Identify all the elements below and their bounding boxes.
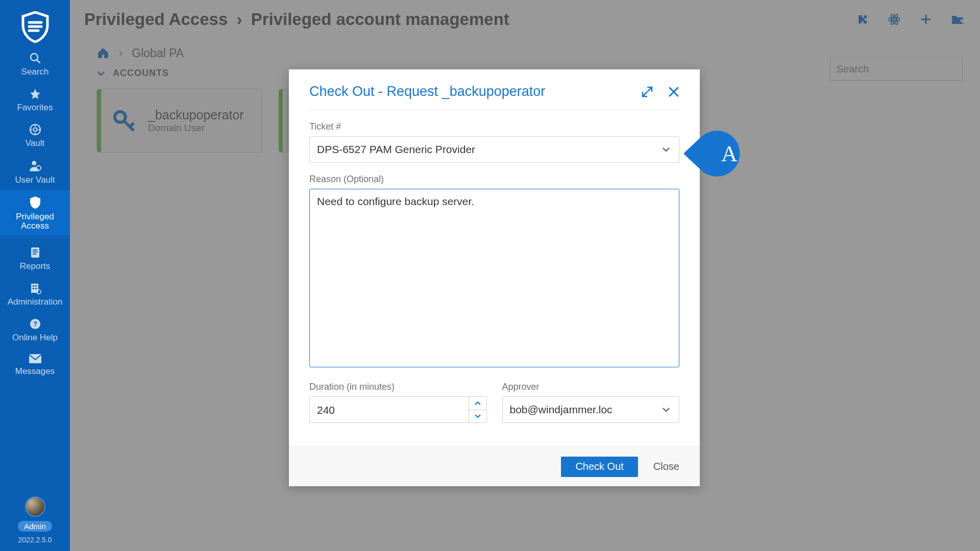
- svg-rect-12: [33, 252, 38, 253]
- modal-footer: Check Out Close: [289, 446, 700, 486]
- reason-textarea[interactable]: [309, 189, 679, 367]
- spin-up-icon[interactable]: [469, 397, 486, 410]
- star-icon: [29, 88, 41, 100]
- sidebar-item-label: Administration: [8, 297, 63, 307]
- close-icon[interactable]: [668, 86, 679, 97]
- sidebar-item-label: Online Help: [12, 333, 58, 342]
- svg-rect-18: [35, 288, 37, 289]
- expand-icon[interactable]: [642, 86, 653, 97]
- chevron-down-icon: [662, 405, 671, 414]
- sidebar-item-label: Vault: [26, 139, 45, 148]
- divider: [0, 238, 70, 238]
- admin-badge[interactable]: Admin: [18, 521, 52, 532]
- sidebar-item-privileged-access[interactable]: Privileged Access: [0, 190, 70, 236]
- shield-logo-icon: [21, 11, 50, 43]
- sidebar-item-online-help[interactable]: ? Online Help: [0, 312, 70, 347]
- sidebar-item-search[interactable]: Search: [0, 46, 70, 82]
- sidebar-item-label: Search: [21, 67, 49, 77]
- duration-spinner[interactable]: 240: [309, 396, 487, 423]
- svg-line-1: [37, 60, 40, 63]
- checkout-modal: Check Out - Request _backupoperator Tick…: [289, 69, 700, 486]
- building-icon: [29, 282, 41, 294]
- modal-body: Ticket # DPS-6527 PAM Generic Provider R…: [289, 110, 700, 446]
- sidebar-item-label: User Vault: [15, 176, 55, 185]
- chevron-down-icon: [662, 145, 671, 154]
- sidebar-admin-block: Admin 2022.2.5.0: [0, 496, 70, 551]
- ticket-select[interactable]: DPS-6527 PAM Generic Provider: [309, 136, 679, 163]
- sidebar-item-reports[interactable]: Reports: [0, 240, 70, 276]
- sidebar-item-label: Privileged Access: [16, 212, 54, 231]
- sidebar-item-favorites[interactable]: Favorites: [0, 82, 70, 117]
- svg-rect-15: [33, 285, 34, 287]
- approver-label: Approver: [502, 382, 680, 392]
- duration-value[interactable]: 240: [309, 396, 469, 423]
- svg-rect-16: [35, 285, 37, 287]
- user-gear-icon: [29, 159, 42, 172]
- envelope-icon: [29, 354, 42, 364]
- checkout-button[interactable]: Check Out: [561, 457, 638, 477]
- gear-icon: [29, 123, 41, 136]
- version-label: 2022.2.5.0: [18, 536, 52, 544]
- svg-rect-17: [33, 288, 34, 289]
- search-icon: [29, 52, 41, 64]
- svg-rect-11: [33, 249, 38, 251]
- duration-label: Duration (in minutes): [309, 382, 487, 392]
- close-button[interactable]: Close: [653, 461, 679, 472]
- sidebar-item-user-vault[interactable]: User Vault: [0, 153, 70, 190]
- sidebar-item-administration[interactable]: Administration: [0, 276, 70, 312]
- sidebar-item-label: Favorites: [17, 103, 53, 112]
- help-icon: ?: [29, 318, 41, 330]
- sidebar-item-messages[interactable]: Messages: [0, 347, 70, 381]
- svg-point-8: [32, 161, 36, 165]
- logo: [0, 0, 70, 46]
- modal-title: Check Out - Request _backupoperator: [309, 84, 545, 99]
- svg-rect-14: [31, 284, 38, 293]
- spin-down-icon[interactable]: [469, 410, 486, 423]
- svg-text:?: ?: [33, 320, 37, 328]
- sidebar-item-vault[interactable]: Vault: [0, 117, 70, 153]
- ticket-label: Ticket #: [309, 121, 679, 132]
- sidebar-item-label: Reports: [20, 262, 51, 271]
- svg-rect-13: [33, 254, 36, 255]
- approver-value: bob@windjammer.loc: [510, 404, 612, 416]
- modal-header: Check Out - Request _backupoperator: [289, 69, 700, 106]
- reason-label: Reason (Optional): [309, 174, 679, 185]
- svg-point-3: [33, 128, 37, 132]
- approver-select[interactable]: bob@windjammer.loc: [502, 396, 680, 423]
- shield-icon: [29, 196, 41, 209]
- sidebar-item-label: Messages: [15, 367, 55, 376]
- reports-icon: [30, 246, 41, 259]
- sidebar: Search Favorites Vault User Vault Privil…: [0, 0, 70, 551]
- avatar[interactable]: [25, 496, 45, 517]
- ticket-value: DPS-6527 PAM Generic Provider: [317, 143, 475, 156]
